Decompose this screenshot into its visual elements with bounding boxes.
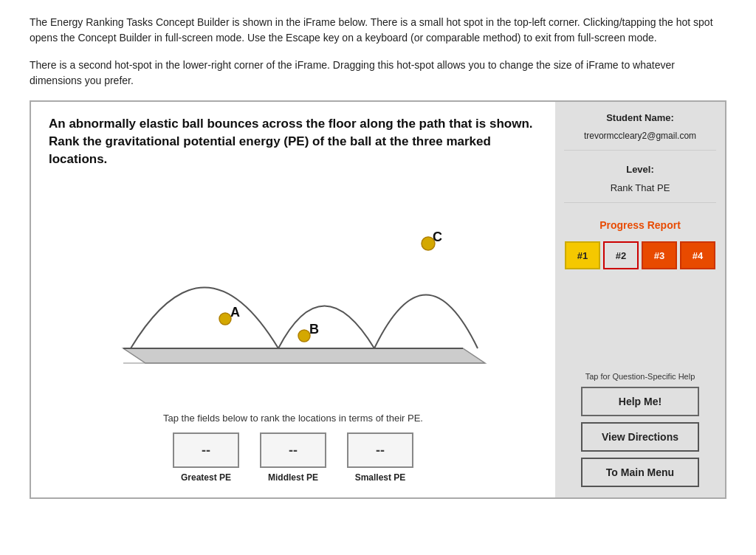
label-b: B	[309, 322, 319, 337]
middlest-pe-value: --	[289, 443, 298, 458]
student-name-label: Student Name:	[606, 112, 674, 123]
smallest-pe-box[interactable]: --	[347, 432, 413, 468]
divider-2	[564, 202, 716, 203]
label-c: C	[433, 230, 442, 244]
help-tap-text: Tap for Question-Specific Help	[585, 372, 695, 381]
main-menu-button[interactable]: To Main Menu	[581, 458, 699, 487]
progress-btn-2-label: #2	[616, 250, 626, 261]
progress-btn-2[interactable]: #2	[603, 241, 639, 269]
middlest-pe-box[interactable]: --	[260, 432, 326, 468]
progress-report-label: Progress Report	[599, 219, 681, 231]
bouncing-ball-svg: A B C	[86, 204, 500, 382]
problem-panel: An abnormally elastic ball bounces acros…	[31, 102, 555, 497]
intro-para1: The Energy Ranking Tasks Concept Builder…	[30, 15, 726, 46]
middlest-pe-group: -- Middlest PE	[260, 432, 326, 483]
svg-marker-0	[123, 348, 485, 363]
problem-text: An abnormally elastic ball bounces acros…	[31, 102, 555, 175]
help-section: Tap for Question-Specific Help Help Me! …	[564, 372, 716, 487]
greatest-pe-group: -- Greatest PE	[173, 432, 239, 483]
marker-b	[298, 330, 310, 342]
progress-btn-4[interactable]: #4	[680, 241, 715, 269]
level-label: Level:	[626, 164, 654, 175]
ranking-instruction: Tap the fields below to rank the locatio…	[49, 413, 537, 424]
student-email: trevormccleary2@gmail.com	[584, 131, 696, 141]
level-value: Rank That PE	[611, 182, 670, 193]
info-panel: Student Name: trevormccleary2@gmail.com …	[555, 102, 725, 497]
page-wrapper: The Energy Ranking Tasks Concept Builder…	[0, 0, 756, 514]
progress-btn-4-label: #4	[693, 250, 703, 261]
ranking-fields: -- Greatest PE -- Middlest PE --	[49, 432, 537, 483]
help-me-button[interactable]: Help Me!	[581, 387, 699, 416]
progress-btn-3[interactable]: #3	[642, 241, 677, 269]
view-directions-button[interactable]: View Directions	[581, 422, 699, 452]
smallest-pe-label: Smallest PE	[355, 472, 406, 483]
progress-btn-1[interactable]: #1	[565, 241, 600, 269]
iframe-container: An abnormally elastic ball bounces acros…	[30, 100, 726, 499]
marker-a	[219, 313, 231, 325]
smallest-pe-group: -- Smallest PE	[347, 432, 413, 483]
intro-para2: There is a second hot-spot in the lower-…	[30, 58, 726, 89]
divider-1	[564, 150, 716, 151]
label-a: A	[230, 305, 240, 320]
smallest-pe-value: --	[376, 443, 385, 458]
greatest-pe-value: --	[202, 443, 210, 458]
progress-btn-1-label: #1	[577, 250, 588, 261]
progress-btn-3-label: #3	[654, 250, 664, 261]
greatest-pe-label: Greatest PE	[181, 472, 231, 483]
greatest-pe-box[interactable]: --	[173, 432, 239, 468]
ball-diagram: A B C	[31, 175, 555, 404]
middlest-pe-label: Middlest PE	[268, 472, 318, 483]
progress-buttons: #1 #2 #3 #4	[565, 241, 715, 269]
ranking-area: Tap the fields below to rank the locatio…	[31, 404, 555, 497]
